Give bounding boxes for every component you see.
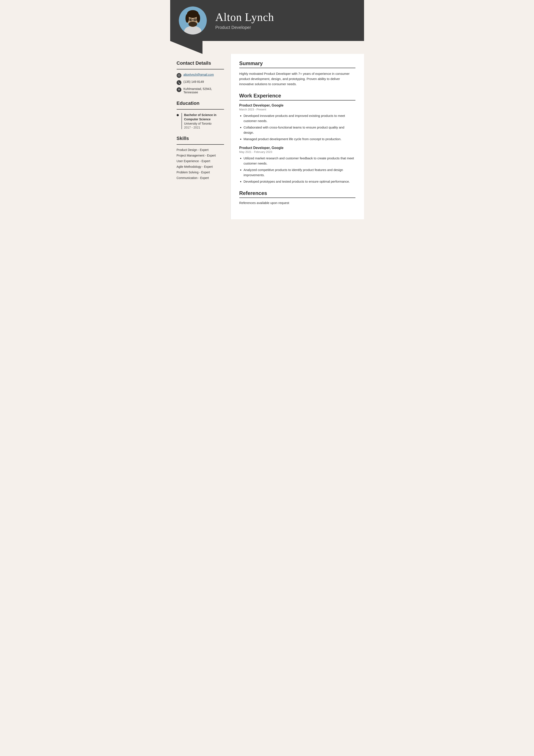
education-divider — [177, 109, 224, 110]
job-1-dates: March 2023 - Present — [239, 108, 355, 111]
summary-divider — [239, 68, 355, 68]
header-info: Alton Lynch Product Developer — [216, 11, 355, 30]
job-1-title: Product Developer, Google — [239, 103, 355, 107]
work-experience-section-title: Work Experience — [239, 93, 355, 99]
job-1-bullet-2: Collaborated with cross-functional teams… — [243, 125, 355, 135]
job-2: Product Developer, Google May 2021 - Feb… — [239, 146, 355, 184]
svg-point-14 — [190, 19, 191, 21]
contact-email-item: altonlynch@gmail.com — [177, 73, 224, 78]
chevron-shape — [170, 41, 202, 54]
candidate-name: Alton Lynch — [216, 11, 355, 23]
skill-item-6: Communication - Expert — [177, 176, 224, 180]
location-value: Kuhlmanstad, 52943,Tennessee — [184, 87, 212, 94]
job-1: Product Developer, Google March 2023 - P… — [239, 103, 355, 142]
edu-body: Bachelor of Science in Computer Science … — [181, 113, 224, 129]
edu-school: University of Toronto — [184, 122, 224, 125]
contact-divider — [177, 69, 224, 69]
candidate-title: Product Developer — [216, 25, 355, 30]
skill-item-2: Project Management - Expert — [177, 154, 224, 157]
summary-section: Summary Highly motivated Product Develop… — [239, 60, 355, 87]
edu-bullet — [177, 114, 179, 116]
sidebar: Contact Details altonlynch@gmail.com (13… — [170, 54, 231, 219]
avatar — [179, 7, 207, 35]
job-2-bullet-3: Developed prototypes and tested products… — [243, 179, 355, 184]
contact-section-title: Contact Details — [177, 60, 224, 66]
skill-item-4: Agile Methodology - Expert — [177, 165, 224, 168]
job-2-bullets: Utilized market research and customer fe… — [239, 156, 355, 184]
education-item: Bachelor of Science in Computer Science … — [177, 113, 224, 129]
location-icon — [177, 87, 181, 92]
work-experience-section: Work Experience Product Developer, Googl… — [239, 93, 355, 184]
contact-phone-item: (135) 149 8149 — [177, 80, 224, 85]
education-section: Education Bachelor of Science in Compute… — [177, 100, 224, 129]
education-section-title: Education — [177, 100, 224, 106]
job-1-bullet-1: Developed innovative products and improv… — [243, 113, 355, 123]
phone-value: (135) 149 8149 — [184, 80, 204, 83]
main-content: Contact Details altonlynch@gmail.com (13… — [170, 54, 364, 219]
svg-point-16 — [179, 89, 179, 90]
skills-section: Skills Product Design - Expert Project M… — [177, 136, 224, 180]
references-section-title: References — [239, 190, 355, 196]
skill-item-5: Problem Solving - Expert — [177, 171, 224, 174]
svg-point-7 — [197, 14, 200, 23]
right-content: Summary Highly motivated Product Develop… — [231, 54, 364, 219]
edu-years: 2017 - 2021 — [184, 126, 224, 129]
references-section: References References available upon req… — [239, 190, 355, 204]
email-value[interactable]: altonlynch@gmail.com — [184, 73, 214, 76]
job-2-title: Product Developer, Google — [239, 146, 355, 150]
references-divider — [239, 198, 355, 198]
contact-section: Contact Details altonlynch@gmail.com (13… — [177, 60, 224, 94]
phone-icon — [177, 80, 181, 85]
skill-item-1: Product Design - Expert — [177, 148, 224, 151]
email-icon — [177, 73, 181, 78]
contact-location-item: Kuhlmanstad, 52943,Tennessee — [177, 87, 224, 94]
summary-text: Highly motivated Product Developer with … — [239, 71, 355, 87]
svg-point-8 — [189, 21, 197, 27]
references-text: References available upon request — [239, 201, 355, 204]
job-1-bullet-3: Managed product development life cycle f… — [243, 137, 355, 142]
job-2-dates: May 2021 - February 2023 — [239, 150, 355, 153]
svg-point-15 — [194, 19, 195, 21]
skills-divider — [177, 144, 224, 145]
job-2-bullet-1: Utilized market research and customer fe… — [243, 156, 355, 166]
skill-item-3: User Experience - Expert — [177, 159, 224, 163]
job-1-bullets: Developed innovative products and improv… — [239, 113, 355, 142]
chevron-decoration — [170, 41, 364, 54]
job-2-bullet-2: Analyzed competitive products to identif… — [243, 167, 355, 178]
work-experience-divider — [239, 100, 355, 100]
edu-degree: Bachelor of Science in Computer Science — [184, 113, 224, 122]
summary-section-title: Summary — [239, 60, 355, 67]
skills-section-title: Skills — [177, 136, 224, 141]
svg-point-6 — [186, 14, 189, 23]
resume-header: Alton Lynch Product Developer — [170, 0, 364, 41]
